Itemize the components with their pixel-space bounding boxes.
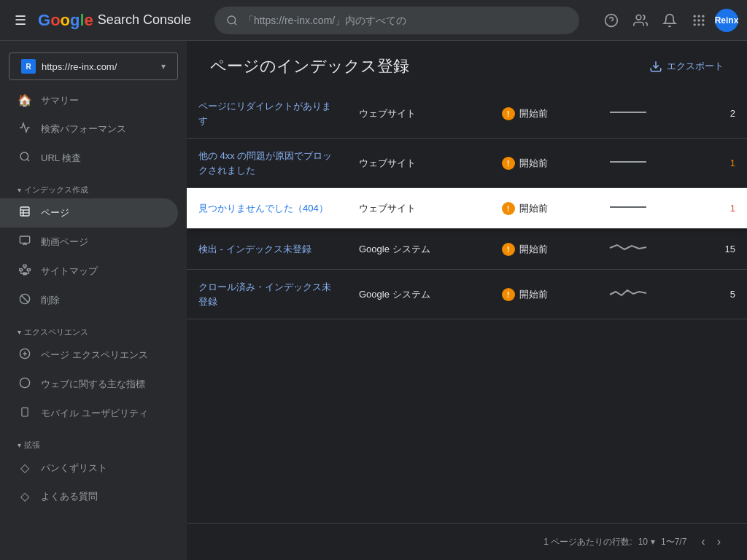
svg-rect-22: [23, 265, 26, 267]
sidebar-item-delete[interactable]: 削除: [0, 286, 178, 315]
warning-icon: !: [502, 243, 515, 256]
svg-point-12: [697, 23, 700, 26]
download-icon: [649, 60, 662, 73]
google-logo: Google Search Console: [38, 11, 191, 30]
nav-section-extension[interactable]: ▾ 拡張: [0, 428, 187, 454]
nav-section-label: エクスペリエンス: [24, 327, 88, 338]
sidebar-item-label: サマリー: [41, 94, 79, 107]
content-header: ページのインデックス登録 エクスポート: [187, 41, 747, 89]
section-arrow-icon: ▾: [18, 328, 21, 336]
menu-icon[interactable]: ☰: [9, 7, 32, 34]
svg-point-13: [702, 23, 704, 26]
count-cell: 1: [696, 188, 747, 229]
sidebar-item-label: よくある質問: [41, 490, 98, 503]
issue-label: 見つかりませんでした（404）: [198, 203, 328, 214]
issues-table: ページにリダイレクトがあります ウェブサイト ! 開始前: [187, 89, 747, 319]
svg-rect-23: [20, 269, 23, 271]
logo-g2-blue: g: [70, 11, 80, 29]
source-cell: ウェブサイト: [347, 89, 490, 139]
nav-section-label: 拡張: [24, 440, 40, 451]
sidebar-item-page-experience[interactable]: ページ エクスペリエンス: [0, 341, 178, 370]
table-row[interactable]: ページにリダイレクトがあります ウェブサイト ! 開始前: [187, 89, 747, 139]
issue-label: 検出 - インデックス未登録: [198, 244, 311, 254]
main-layout: R https://re-inx.com/ ▾ 🏠 サマリー 検索パフォーマンス…: [0, 41, 747, 560]
export-button[interactable]: エクスポート: [649, 60, 724, 73]
search-icon: [18, 151, 32, 166]
source-cell: ウェブサイト: [347, 188, 490, 229]
svg-point-8: [694, 19, 696, 21]
table-row[interactable]: 他の 4xx の問題が原因でブロックされました ウェブサイト ! 開始前: [187, 139, 747, 188]
logo-g-blue: G: [38, 11, 50, 29]
nav-section-experience[interactable]: ▾ エクスペリエンス: [0, 315, 187, 341]
topbar: ☰ Google Search Console Reinx: [0, 0, 747, 41]
svg-point-6: [697, 15, 700, 17]
avatar[interactable]: Reinx: [715, 9, 738, 32]
warning-icon: !: [502, 157, 515, 170]
page-icon: [18, 206, 32, 220]
logo-o-yellow: o: [61, 11, 70, 29]
rows-per-page-selector[interactable]: 10 ▾: [638, 537, 655, 547]
svg-point-11: [694, 23, 696, 26]
table-container: ページにリダイレクトがあります ウェブサイト ! 開始前: [187, 89, 747, 523]
svg-point-5: [694, 15, 696, 17]
sidebar-item-label: ページ: [41, 206, 69, 219]
mobile-icon: [18, 406, 32, 421]
home-icon: 🏠: [18, 93, 32, 107]
pagination-range: 1〜7/7: [661, 536, 686, 548]
sidebar-item-label: モバイル ユーザビリティ: [41, 407, 148, 420]
sidebar-item-sitemap[interactable]: サイトマップ: [0, 257, 178, 286]
nav-section-index[interactable]: ▾ インデックス作成: [0, 173, 187, 198]
svg-rect-16: [20, 207, 29, 216]
sidebar-item-label: ウェブに関する主な指標: [41, 378, 145, 391]
search-bar[interactable]: [214, 7, 579, 34]
logo-o-red: o: [50, 11, 60, 29]
chevron-down-icon: ▾: [161, 61, 166, 71]
svg-point-36: [20, 378, 29, 387]
status-cell: ! 開始前: [502, 202, 583, 215]
sidebar-item-summary[interactable]: 🏠 サマリー: [0, 86, 178, 114]
nav-section-label: インデックス作成: [24, 184, 88, 195]
app-title: Search Console: [98, 12, 191, 28]
chevron-down-icon: ▾: [651, 537, 655, 547]
count-cell: 5: [696, 270, 747, 319]
table-row[interactable]: クロール済み・インデックス未登録 Google システム ! 開始前: [187, 270, 747, 319]
notifications-icon[interactable]: [657, 7, 683, 34]
status-cell: ! 開始前: [502, 107, 583, 120]
sidebar-item-search-performance[interactable]: 検索パフォーマンス: [0, 114, 178, 144]
account-icon[interactable]: [627, 7, 654, 34]
next-page-button[interactable]: ›: [714, 532, 724, 551]
sidebar-item-breadcrumb[interactable]: ◇ パンくずリスト: [0, 454, 178, 482]
sidebar-item-page[interactable]: ページ: [0, 198, 178, 228]
sidebar-item-label: サイトマップ: [41, 265, 98, 278]
sidebar-item-label: 削除: [41, 294, 60, 307]
sidebar-item-faq[interactable]: ◇ よくある質問: [0, 482, 178, 510]
performance-icon: [18, 122, 32, 136]
site-selector[interactable]: R https://re-inx.com/ ▾: [9, 52, 178, 80]
pagination-info: 1 ページあたりの行数: 10 ▾ 1〜7/7: [543, 536, 686, 548]
sidebar-item-url-inspection[interactable]: URL 検査: [0, 144, 178, 173]
svg-point-7: [702, 15, 704, 17]
rows-per-page-value: 10: [638, 537, 648, 547]
status-label: 開始前: [519, 107, 548, 120]
apps-icon[interactable]: [686, 7, 712, 34]
sidebar-item-video-page[interactable]: 動画ページ: [0, 228, 178, 257]
help-icon[interactable]: [598, 7, 624, 34]
count-cell: 15: [696, 229, 747, 270]
status-cell: ! 開始前: [502, 288, 583, 301]
sidebar-item-mobile[interactable]: モバイル ユーザビリティ: [0, 399, 178, 428]
status-label: 開始前: [519, 288, 548, 301]
search-input[interactable]: [244, 15, 568, 26]
trend-chart: [606, 284, 650, 302]
status-cell: ! 開始前: [502, 157, 583, 170]
table-row[interactable]: 検出 - インデックス未登録 Google システム ! 開始前: [187, 229, 747, 270]
video-icon: [18, 235, 32, 249]
prev-page-button[interactable]: ‹: [698, 532, 708, 551]
sidebar-item-label: ページ エクスペリエンス: [41, 349, 148, 362]
status-label: 開始前: [519, 202, 548, 215]
section-arrow-icon: ▾: [18, 186, 21, 194]
svg-point-4: [636, 15, 641, 20]
table-row[interactable]: 見つかりませんでした（404） ウェブサイト ! 開始前: [187, 188, 747, 229]
sidebar-item-web-vitals[interactable]: ウェブに関する主な指標: [0, 370, 178, 399]
source-cell: Google システム: [347, 229, 490, 270]
sidebar-item-label: パンくずリスト: [41, 462, 107, 475]
